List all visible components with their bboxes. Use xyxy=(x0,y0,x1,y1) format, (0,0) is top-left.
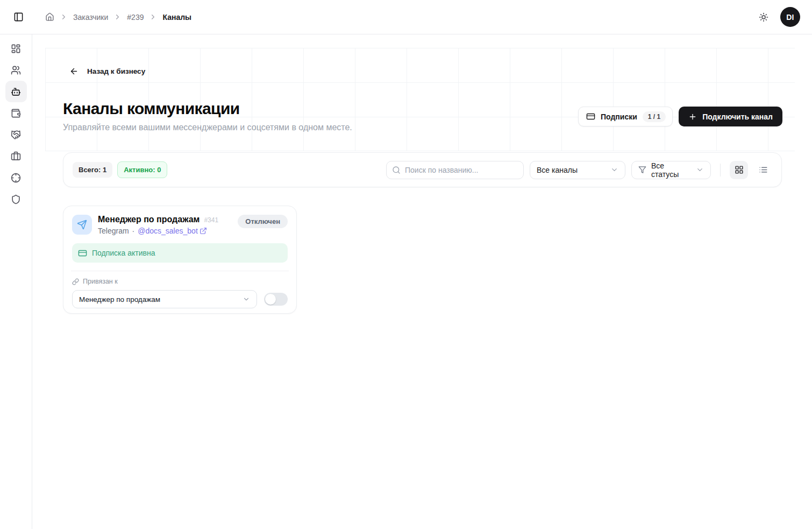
chevron-down-icon xyxy=(243,295,250,303)
linked-to-label-row: Привязан к xyxy=(72,278,288,285)
sidebar-item-dashboard[interactable] xyxy=(5,38,27,59)
bot-handle: @docs_sales_bot xyxy=(138,227,198,235)
briefcase-icon xyxy=(11,151,21,161)
search-box xyxy=(386,161,524,179)
channel-status-badge: Отключен xyxy=(238,215,288,228)
top-bar: Заказчики #239 Каналы DI xyxy=(0,0,812,34)
filter-funnel-icon xyxy=(638,166,646,174)
hero-actions: Подписки 1 / 1 Подключить канал xyxy=(578,107,782,126)
divider xyxy=(720,164,721,177)
channel-id: #341 xyxy=(204,216,218,224)
sidebar-item-security[interactable] xyxy=(5,188,27,210)
filter-controls: Все каналы Все статусы xyxy=(386,161,772,179)
channel-platform: Telegram xyxy=(98,227,129,235)
sidebar xyxy=(0,34,32,529)
credit-card-icon xyxy=(586,112,595,121)
sidebar-item-targets[interactable] xyxy=(5,167,27,188)
arrow-left-icon xyxy=(69,67,79,76)
toggle-knob xyxy=(265,294,276,305)
connect-channel-button[interactable]: Подключить канал xyxy=(679,107,782,126)
channel-title: Менеджер по продажам xyxy=(98,215,200,224)
dashboard-icon xyxy=(11,44,21,54)
breadcrumb-current: Каналы xyxy=(162,13,191,22)
credit-card-icon xyxy=(78,249,87,258)
subscription-status-label: Подписка активна xyxy=(92,249,155,257)
status-filter-value: Все статусы xyxy=(651,161,691,179)
sidebar-toggle-button[interactable] xyxy=(9,8,27,26)
panel-left-icon xyxy=(13,12,24,22)
sun-icon xyxy=(759,12,768,22)
subscription-banner: Подписка активна xyxy=(72,243,288,263)
chevron-right-icon xyxy=(113,13,122,21)
sidebar-item-deals[interactable] xyxy=(5,124,27,145)
linked-manager-select[interactable]: Менеджер по продажам xyxy=(72,290,257,308)
sidebar-item-users[interactable] xyxy=(5,59,27,81)
external-link-icon xyxy=(200,227,207,235)
shield-icon xyxy=(11,194,21,204)
main-content: Назад к бизнесу Каналы коммуникации Упра… xyxy=(32,34,812,529)
chevron-right-icon xyxy=(149,13,157,21)
sidebar-item-business[interactable] xyxy=(5,145,27,167)
sidebar-item-bots[interactable] xyxy=(5,81,27,102)
page-subtitle: Управляйте всеми вашими мессенджерами и … xyxy=(63,123,352,132)
dot-separator: · xyxy=(132,227,135,235)
channels-filter-select[interactable]: Все каналы xyxy=(530,161,625,179)
breadcrumb-customers[interactable]: Заказчики xyxy=(73,13,108,22)
list-view-button[interactable] xyxy=(754,161,772,179)
subscriptions-label: Подписки xyxy=(601,112,637,121)
grid-view-icon xyxy=(735,165,744,174)
channel-enable-toggle[interactable] xyxy=(264,293,288,306)
wallet-icon xyxy=(11,108,21,118)
bot-icon xyxy=(11,87,21,97)
users-icon xyxy=(11,65,21,75)
chevron-down-icon xyxy=(696,166,704,174)
telegram-channel-avatar xyxy=(72,215,92,235)
linked-manager-value: Менеджер по продажам xyxy=(79,295,160,304)
chevron-down-icon xyxy=(610,166,618,174)
connect-channel-label: Подключить канал xyxy=(702,112,773,121)
channel-card: Менеджер по продажам #341 Telegram · @do… xyxy=(63,206,297,314)
status-filter-select[interactable]: Все статусы xyxy=(631,161,711,179)
send-icon xyxy=(77,220,87,230)
chevron-right-icon xyxy=(60,13,68,21)
plus-icon xyxy=(688,112,697,121)
back-link-label: Назад к бизнесу xyxy=(87,67,145,75)
subscriptions-count-badge: 1 / 1 xyxy=(643,111,666,122)
linked-to-label: Привязан к xyxy=(83,278,118,285)
channel-title-block: Менеджер по продажам #341 Telegram · @do… xyxy=(98,215,218,235)
breadcrumb: Заказчики #239 Каналы xyxy=(45,12,191,22)
sidebar-item-wallet[interactable] xyxy=(5,102,27,124)
link-icon xyxy=(72,278,79,285)
topbar-actions: DI xyxy=(756,7,800,27)
active-count-badge: Активно: 0 xyxy=(117,161,167,178)
breadcrumb-business-id[interactable]: #239 xyxy=(127,13,144,22)
channels-filter-value: Все каналы xyxy=(537,166,578,174)
target-icon xyxy=(11,173,21,183)
avatar[interactable]: DI xyxy=(780,7,800,27)
list-view-icon xyxy=(759,165,768,174)
subscriptions-button[interactable]: Подписки 1 / 1 xyxy=(578,107,673,126)
back-to-business-link[interactable]: Назад к бизнесу xyxy=(69,67,145,76)
total-count-badge: Всего: 1 xyxy=(73,162,112,178)
channel-card-header: Менеджер по продажам #341 Telegram · @do… xyxy=(72,215,288,235)
bot-handle-link[interactable]: @docs_sales_bot xyxy=(138,227,207,235)
search-input[interactable] xyxy=(405,166,518,174)
linked-controls-row: Менеджер по продажам xyxy=(72,290,288,308)
theme-toggle-button[interactable] xyxy=(756,9,772,25)
divider xyxy=(71,271,289,271)
search-icon xyxy=(392,166,401,174)
home-icon[interactable] xyxy=(45,12,54,22)
grid-view-button[interactable] xyxy=(730,161,748,179)
page-title: Каналы коммуникации xyxy=(63,100,240,118)
handshake-icon xyxy=(11,130,21,140)
filter-bar: Всего: 1 Активно: 0 Все каналы Все стату… xyxy=(63,152,782,187)
